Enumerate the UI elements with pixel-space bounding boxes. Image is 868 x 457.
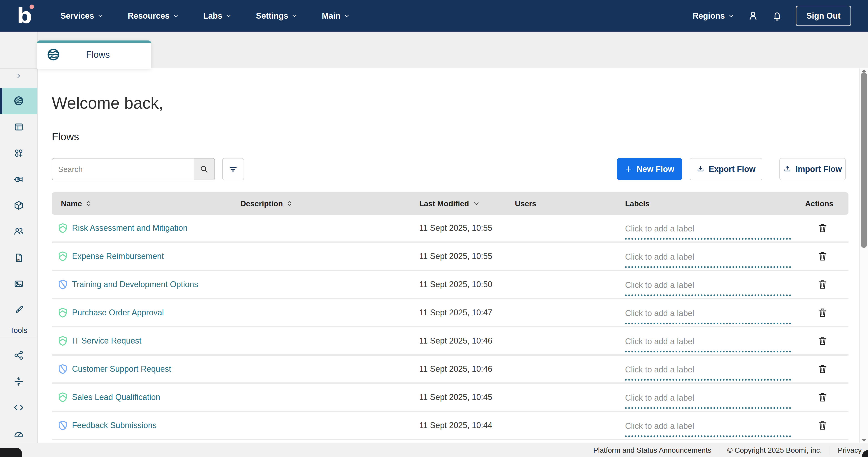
delete-flow-button[interactable] <box>817 307 828 318</box>
sign-out-button[interactable]: Sign Out <box>796 6 851 26</box>
delete-flow-button[interactable] <box>817 223 828 233</box>
delete-flow-button[interactable] <box>817 364 828 374</box>
top-navigation: b ServicesResourcesLabsSettingsMain Regi… <box>0 0 868 32</box>
search-button[interactable] <box>194 159 215 180</box>
sidebar-item-themes[interactable] <box>0 297 37 323</box>
add-label-field[interactable]: Click to add a label <box>625 365 791 380</box>
nav-menu-label: Labs <box>203 11 222 21</box>
tab-strip <box>38 32 868 68</box>
sidebar-item-pages[interactable] <box>0 114 37 140</box>
column-header-actions[interactable]: Actions <box>793 199 848 208</box>
theme-brush-icon <box>14 305 24 315</box>
last-modified-cell: 11 Sept 2025, 10:44 <box>410 421 506 430</box>
export-flow-label: Export Flow <box>709 164 755 174</box>
delete-flow-button[interactable] <box>817 392 828 403</box>
column-header-description[interactable]: Description <box>231 199 410 208</box>
sidebar-item-code[interactable] <box>0 395 37 421</box>
vertical-scrollbar[interactable] <box>859 68 868 443</box>
nav-menu-regions[interactable]: Regions <box>692 11 734 21</box>
user-account-button[interactable] <box>748 10 758 21</box>
name-cell: Purchase Order Approval <box>52 307 231 318</box>
flow-name-link[interactable]: Expense Reimbursement <box>72 252 164 261</box>
filter-button[interactable] <box>222 158 244 180</box>
notifications-button[interactable] <box>772 10 782 21</box>
flow-name-link[interactable]: Feedback Submissions <box>72 421 157 430</box>
flow-name-link[interactable]: Risk Assessment and Mitigation <box>72 223 187 233</box>
add-label-field[interactable]: Click to add a label <box>625 280 791 296</box>
export-flow-button[interactable]: Export Flow <box>690 158 762 180</box>
flow-name-link[interactable]: Customer Support Request <box>72 364 171 374</box>
add-label-field[interactable]: Click to add a label <box>625 393 791 409</box>
nav-menu-label: Settings <box>256 11 288 21</box>
flow-name-link[interactable]: Purchase Order Approval <box>72 308 164 317</box>
flow-name-link[interactable]: IT Service Request <box>72 336 141 346</box>
delete-flow-button[interactable] <box>817 251 828 262</box>
nav-menu-services[interactable]: Services <box>60 11 104 21</box>
sidebar-item-assets[interactable] <box>0 271 37 297</box>
import-flow-button[interactable]: Import Flow <box>779 158 846 180</box>
bottom-left-widget[interactable] <box>0 448 22 457</box>
nav-menu-label: Services <box>60 11 94 21</box>
last-modified-cell: 11 Sept 2025, 10:45 <box>410 393 506 402</box>
trash-icon <box>817 364 828 374</box>
sidebar-item-users[interactable] <box>0 219 37 245</box>
column-header-last-modified[interactable]: Last Modified <box>410 199 506 208</box>
add-label-field[interactable]: Click to add a label <box>625 337 791 352</box>
sidebar-item-flow-graph[interactable] <box>0 342 37 368</box>
footer-link-platform-and-status-announcements[interactable]: Platform and Status Announcements <box>593 446 711 455</box>
shield-slash-icon <box>58 364 68 374</box>
import-merge-icon <box>14 376 24 386</box>
new-flow-button[interactable]: New Flow <box>617 158 682 180</box>
sidebar-item-scripts[interactable]: JS <box>0 245 37 271</box>
sidebar-item-flows[interactable] <box>0 88 37 114</box>
add-label-field[interactable]: Click to add a label <box>625 224 791 240</box>
nav-menu-labs[interactable]: Labs <box>203 11 232 21</box>
search-input[interactable] <box>52 159 194 180</box>
add-label-field[interactable]: Click to add a label <box>625 252 791 268</box>
actions-cell <box>793 307 848 318</box>
flow-name-link[interactable]: Sales Lead Qualification <box>72 393 160 402</box>
delete-flow-button[interactable] <box>817 279 828 290</box>
column-header-labels[interactable]: Labels <box>616 199 793 208</box>
column-label: Description <box>240 199 283 208</box>
components-icon <box>14 148 24 158</box>
nav-menu-settings[interactable]: Settings <box>256 11 298 21</box>
sidebar-item-connectors[interactable] <box>0 166 37 192</box>
footer-link-privacy[interactable]: Privacy <box>838 446 862 455</box>
column-label: Name <box>61 199 82 208</box>
shield-check-icon <box>58 223 68 233</box>
tab-flows[interactable]: Flows <box>37 40 151 69</box>
sidebar-item-packages[interactable] <box>0 192 37 219</box>
actions-cell <box>793 223 848 233</box>
scroll-down-arrow[interactable] <box>861 439 866 441</box>
sidebar-item-components[interactable] <box>0 140 37 166</box>
column-label: Users <box>515 199 536 208</box>
delete-flow-button[interactable] <box>817 335 828 346</box>
shield-check-icon <box>58 392 68 402</box>
trash-icon <box>817 223 828 233</box>
sidebar-expand-button[interactable] <box>0 68 37 83</box>
boomi-logo[interactable]: b <box>17 2 36 30</box>
nav-menu-main[interactable]: Main <box>322 11 350 21</box>
add-label-field[interactable]: Click to add a label <box>625 309 791 324</box>
flow-name-link[interactable]: Training and Development Options <box>72 280 198 289</box>
chevron-right-icon <box>15 73 22 79</box>
divider <box>0 338 37 338</box>
add-label-field[interactable]: Click to add a label <box>625 421 791 437</box>
actions-cell <box>793 251 848 262</box>
chevron-down-icon <box>728 13 734 19</box>
delete-flow-button[interactable] <box>817 420 828 431</box>
name-cell: Expense Reimbursement <box>52 251 231 261</box>
table-row: Sales Lead Qualification11 Sept 2025, 10… <box>52 384 848 412</box>
trash-icon <box>817 392 828 403</box>
column-header-users[interactable]: Users <box>506 199 616 208</box>
sidebar-tools-items <box>0 342 37 447</box>
sidebar: JS Tools <box>0 32 38 443</box>
name-cell: Training and Development Options <box>52 279 231 290</box>
scrollbar-thumb[interactable] <box>861 72 867 248</box>
sidebar-item-import-export[interactable] <box>0 368 37 395</box>
nav-menu-resources[interactable]: Resources <box>128 11 179 21</box>
scroll-up-arrow[interactable] <box>861 69 866 72</box>
flow-icon <box>47 48 60 61</box>
column-header-name[interactable]: Name <box>52 199 231 208</box>
